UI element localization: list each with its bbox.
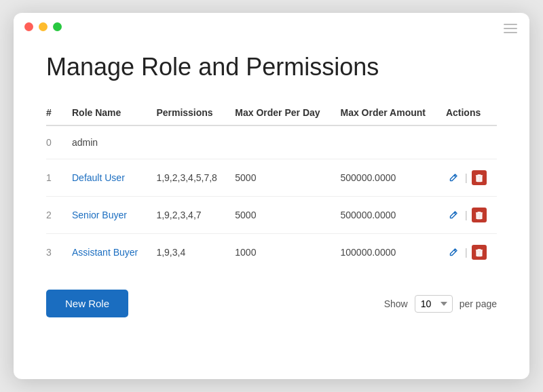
trash-icon [475,248,483,257]
row-max-order-per-day [229,125,335,159]
actions-cell: | [446,170,491,185]
row-max-order-amount: 500000.0000 [335,197,440,234]
row-actions: | [441,234,497,271]
table-row: 2Senior Buyer1,9,2,3,4,75000500000.0000 … [46,197,497,234]
per-page-select[interactable]: 10 25 50 100 [415,295,453,313]
action-divider: | [465,210,468,220]
row-role-name: Default User [67,159,151,197]
actions-cell: | [446,208,491,222]
maximize-dot[interactable] [53,22,62,31]
roles-table: # Role Name Permissions Max Order Per Da… [46,100,497,271]
minimize-dot[interactable] [39,22,48,31]
row-number: 2 [46,197,67,234]
row-number: 3 [46,234,67,271]
row-role-name: Assistant Buyer [67,234,151,271]
col-header-permissions: Permissions [151,100,229,125]
show-label: Show [384,298,408,309]
col-header-max-order-amount: Max Order Amount [335,100,440,125]
new-role-button[interactable]: New Role [46,290,128,317]
actions-cell: | [446,245,491,260]
pencil-icon [449,173,458,182]
table-row: 1Default User1,9,2,3,4,5,7,85000500000.0… [46,159,497,197]
row-permissions [151,125,229,159]
action-divider: | [465,172,468,183]
per-page-label: per page [460,298,497,309]
menu-icon[interactable] [504,24,517,33]
row-max-order-per-day: 1000 [229,234,335,271]
row-max-order-amount: 500000.0000 [335,159,440,197]
titlebar [14,13,529,37]
row-max-order-per-day: 5000 [229,159,335,197]
edit-button[interactable] [446,246,461,258]
row-permissions: 1,9,2,3,4,5,7,8 [151,159,229,197]
col-header-role-name: Role Name [67,100,151,125]
row-max-order-amount: 100000.0000 [335,234,440,271]
row-permissions: 1,9,3,4 [151,234,229,271]
row-max-order-amount [335,125,440,159]
row-number: 1 [46,159,67,197]
trash-icon [475,174,483,182]
row-actions: | [441,159,497,197]
row-actions [441,125,497,159]
table-row: 0admin [46,125,497,159]
page-content: Manage Role and Permissions # Role Name … [14,37,529,271]
table-row: 3Assistant Buyer1,9,3,41000100000.0000 | [46,234,497,271]
close-dot[interactable] [24,22,33,31]
row-role-name: Senior Buyer [67,197,151,234]
pencil-icon [449,210,458,220]
edit-button[interactable] [446,172,461,184]
row-actions: | [441,197,497,234]
col-header-max-order-per-day: Max Order Per Day [229,100,335,125]
row-role-name: admin [67,125,151,159]
col-header-number: # [46,100,67,125]
action-divider: | [465,247,468,258]
delete-button[interactable] [472,170,487,185]
delete-button[interactable] [472,245,487,260]
edit-button[interactable] [446,209,461,221]
row-permissions: 1,9,2,3,4,7 [151,197,229,234]
col-header-actions: Actions [441,100,497,125]
page-title: Manage Role and Permissions [46,53,497,81]
delete-button[interactable] [472,208,487,222]
row-number: 0 [46,125,67,159]
pagination-area: Show 10 25 50 100 per page [384,295,497,313]
main-window: Manage Role and Permissions # Role Name … [14,13,529,379]
trash-icon [475,211,483,220]
table-header-row: # Role Name Permissions Max Order Per Da… [46,100,497,125]
row-max-order-per-day: 5000 [229,197,335,234]
footer: New Role Show 10 25 50 100 per page [14,271,529,317]
pencil-icon [449,248,458,257]
